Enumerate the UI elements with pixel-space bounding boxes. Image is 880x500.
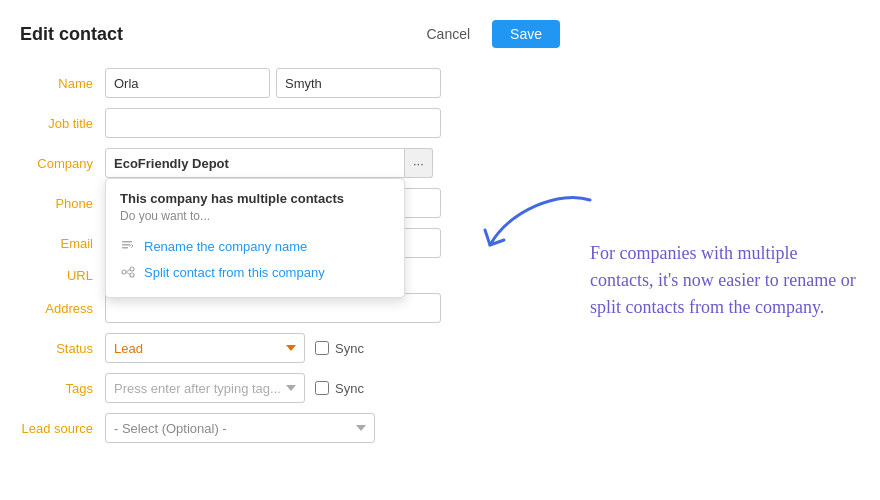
tags-select[interactable]: Press enter after typing tag... — [105, 373, 305, 403]
email-label: Email — [20, 236, 105, 251]
tags-label: Tags — [20, 381, 105, 396]
company-options-button[interactable]: ··· — [405, 148, 433, 178]
svg-point-3 — [122, 270, 126, 274]
split-icon — [120, 264, 136, 280]
job-title-input[interactable] — [105, 108, 441, 138]
url-label: URL — [20, 268, 105, 283]
svg-point-5 — [130, 273, 134, 277]
last-name-input[interactable] — [276, 68, 441, 98]
rename-option[interactable]: Rename the company name — [120, 233, 390, 259]
rename-option-label: Rename the company name — [144, 239, 307, 254]
rename-icon — [120, 238, 136, 254]
annotation-text: For companies with multiple contacts, it… — [590, 240, 860, 321]
phone-label: Phone — [20, 196, 105, 211]
name-row: Name — [20, 68, 560, 98]
popup-title: This company has multiple contacts — [120, 191, 390, 206]
company-row: Company ··· This company has multiple co… — [20, 148, 560, 178]
cancel-button[interactable]: Cancel — [414, 20, 482, 48]
company-popup: This company has multiple contacts Do yo… — [105, 178, 405, 298]
page-title: Edit contact — [20, 24, 123, 45]
tags-row: Tags Press enter after typing tag... Syn… — [20, 373, 560, 403]
form-header: Edit contact Cancel Save — [20, 20, 560, 48]
popup-subtitle: Do you want to... — [120, 209, 390, 223]
svg-point-4 — [130, 267, 134, 271]
address-label: Address — [20, 301, 105, 316]
svg-rect-0 — [122, 241, 132, 243]
status-sync-label: Sync — [335, 341, 364, 356]
lead-source-select[interactable]: - Select (Optional) - Website Referral S… — [105, 413, 375, 443]
arrow-icon — [480, 180, 610, 260]
svg-rect-1 — [122, 244, 130, 246]
status-sync-checkbox[interactable] — [315, 341, 329, 355]
lead-source-row: Lead source - Select (Optional) - Websit… — [20, 413, 560, 443]
status-select[interactable]: Lead Customer Prospect — [105, 333, 305, 363]
svg-line-7 — [126, 272, 130, 275]
first-name-input[interactable] — [105, 68, 270, 98]
split-option-label: Split contact from this company — [144, 265, 325, 280]
tags-sync-label: Sync — [335, 381, 364, 396]
header-actions: Cancel Save — [414, 20, 560, 48]
svg-line-6 — [126, 270, 130, 273]
svg-rect-2 — [122, 247, 128, 249]
job-title-label: Job title — [20, 116, 105, 131]
company-input[interactable] — [105, 148, 405, 178]
annotation-section: For companies with multiple contacts, it… — [560, 20, 860, 480]
tags-sync-checkbox[interactable] — [315, 381, 329, 395]
tags-sync-area: Sync — [315, 381, 364, 396]
company-wrapper: ··· — [105, 148, 433, 178]
status-sync-area: Sync — [315, 341, 364, 356]
split-option[interactable]: Split contact from this company — [120, 259, 390, 285]
status-row: Status Lead Customer Prospect Sync — [20, 333, 560, 363]
name-label: Name — [20, 76, 105, 91]
lead-source-label: Lead source — [20, 421, 105, 436]
company-label: Company — [20, 156, 105, 171]
job-title-row: Job title — [20, 108, 560, 138]
status-label: Status — [20, 341, 105, 356]
save-button[interactable]: Save — [492, 20, 560, 48]
